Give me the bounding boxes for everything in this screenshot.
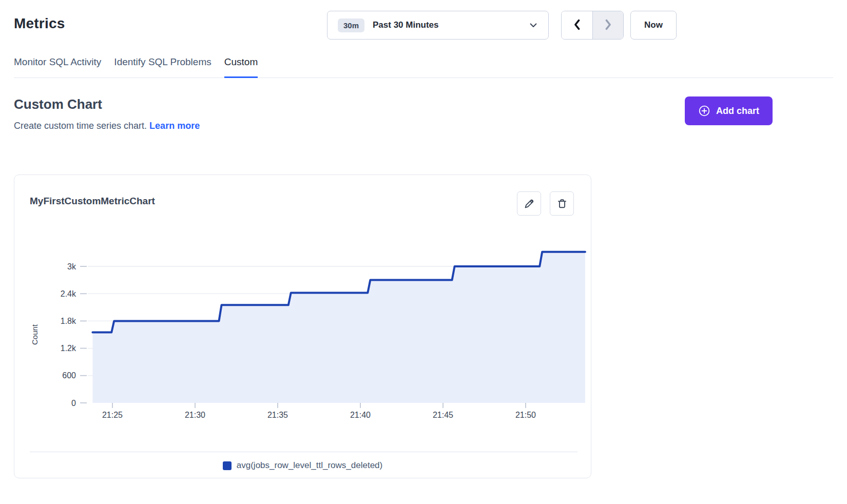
pencil-icon bbox=[524, 198, 535, 209]
svg-text:600: 600 bbox=[62, 371, 76, 380]
next-time-button[interactable] bbox=[592, 11, 623, 39]
time-range-badge: 30m bbox=[338, 18, 364, 32]
chevron-right-icon bbox=[603, 18, 613, 32]
now-button[interactable]: Now bbox=[630, 11, 677, 40]
metrics-tabs: Monitor SQL Activity Identify SQL Proble… bbox=[14, 52, 833, 78]
tab-monitor-sql-activity[interactable]: Monitor SQL Activity bbox=[14, 52, 101, 78]
legend-series-label: avg(jobs_row_level_ttl_rows_deleted) bbox=[237, 460, 382, 471]
chart-canvas: 06001.2k1.8k2.4k3k21:2521:3021:3521:4021… bbox=[14, 238, 591, 433]
previous-time-button[interactable] bbox=[562, 11, 592, 39]
time-range-select[interactable]: 30m Past 30 Minutes bbox=[327, 11, 549, 40]
chevron-left-icon bbox=[572, 18, 582, 32]
chevron-down-icon bbox=[529, 21, 538, 30]
svg-text:21:40: 21:40 bbox=[350, 411, 371, 419]
time-controls: 30m Past 30 Minutes Now bbox=[327, 11, 677, 40]
page-title: Metrics bbox=[14, 15, 65, 32]
svg-text:21:25: 21:25 bbox=[102, 411, 123, 419]
chart-title: MyFirstCustomMetricChart bbox=[30, 196, 155, 207]
card-divider bbox=[30, 452, 578, 452]
svg-text:3k: 3k bbox=[67, 262, 76, 271]
delete-chart-button[interactable] bbox=[550, 191, 574, 216]
svg-text:1.8k: 1.8k bbox=[61, 317, 76, 325]
svg-text:21:45: 21:45 bbox=[433, 411, 453, 419]
svg-text:21:35: 21:35 bbox=[267, 411, 288, 419]
custom-metric-chart-card: MyFirstCustomMetricChart 06001.2k1.8k2.4… bbox=[14, 175, 591, 478]
edit-chart-button[interactable] bbox=[517, 191, 541, 216]
chart-legend: avg(jobs_row_level_ttl_rows_deleted) bbox=[14, 460, 591, 471]
learn-more-link[interactable]: Learn more bbox=[149, 121, 200, 131]
svg-text:2.4k: 2.4k bbox=[61, 289, 76, 298]
time-nav-group bbox=[561, 11, 624, 40]
metrics-page: Metrics 30m Past 30 Minutes bbox=[0, 0, 847, 504]
trash-icon bbox=[556, 198, 568, 209]
time-range-label: Past 30 Minutes bbox=[373, 20, 439, 30]
svg-text:Count: Count bbox=[30, 324, 39, 345]
svg-text:0: 0 bbox=[71, 399, 76, 408]
svg-text:1.2k: 1.2k bbox=[61, 344, 76, 353]
add-chart-label: Add chart bbox=[716, 106, 759, 117]
section-description-text: Create custom time series chart. bbox=[14, 121, 147, 131]
top-bar: Metrics 30m Past 30 Minutes bbox=[0, 0, 847, 46]
add-chart-button[interactable]: Add chart bbox=[685, 96, 773, 125]
tab-identify-sql-problems[interactable]: Identify SQL Problems bbox=[114, 52, 211, 78]
custom-chart-section-header: Custom Chart Create custom time series c… bbox=[14, 96, 833, 153]
svg-text:21:30: 21:30 bbox=[185, 411, 205, 419]
svg-text:21:50: 21:50 bbox=[515, 411, 536, 419]
time-series-chart[interactable]: 06001.2k1.8k2.4k3k21:2521:3021:3521:4021… bbox=[14, 238, 591, 433]
legend-color-swatch bbox=[223, 461, 232, 470]
plus-circle-icon bbox=[698, 105, 710, 117]
tab-custom[interactable]: Custom bbox=[224, 52, 258, 78]
chart-actions bbox=[517, 191, 574, 216]
